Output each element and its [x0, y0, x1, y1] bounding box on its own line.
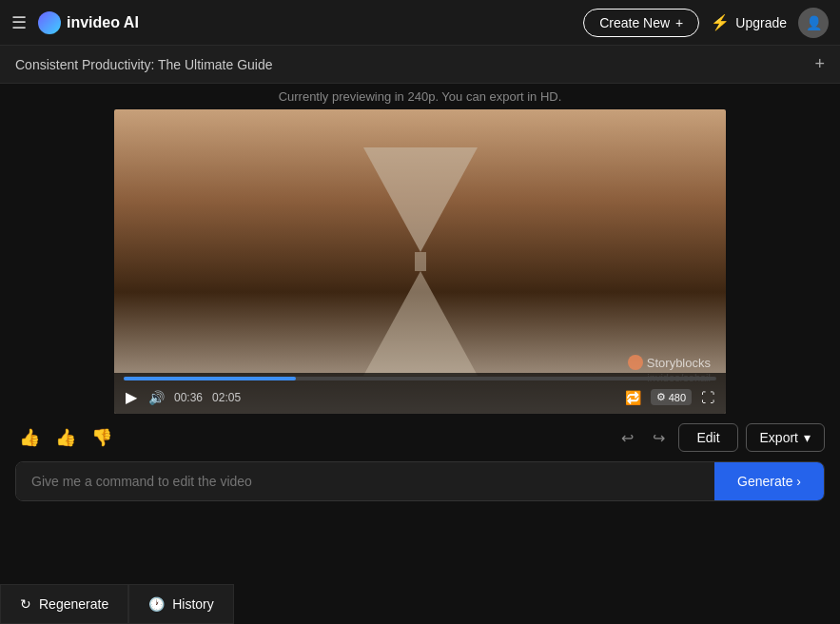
create-new-label: Create New [599, 15, 670, 30]
create-new-button[interactable]: Create New + [583, 9, 699, 37]
video-content [363, 147, 478, 376]
settings-icon: ⚙ [656, 391, 666, 403]
hourglass-bottom [363, 271, 478, 376]
command-bar: Generate › [15, 461, 825, 501]
loop-button[interactable]: 🔁 [623, 388, 643, 407]
total-time: 02:05 [212, 391, 241, 404]
thumbs-down-icon: 👎 [91, 428, 112, 447]
history-label: History [172, 596, 214, 612]
regenerate-button[interactable]: ↻ Regenerate [0, 584, 128, 624]
command-input[interactable] [16, 462, 714, 500]
current-time: 00:36 [174, 391, 203, 404]
upgrade-button[interactable]: ⚡ Upgrade [711, 13, 787, 31]
thumbs-up-icon: 👍 [55, 428, 76, 447]
export-label: Export [760, 430, 798, 445]
top-navigation: ☰ invideo AI Create New + ⚡ Upgrade 👤 [0, 0, 840, 46]
time-display: 00:36 02:05 [174, 391, 241, 404]
generate-button[interactable]: Generate › [714, 462, 824, 500]
volume-button[interactable]: 🔊 [147, 388, 166, 407]
fullscreen-icon: ⛶ [701, 390, 714, 405]
main-area: Consistent Productivity: The Ultimate Gu… [0, 46, 840, 624]
like-outline-icon: 👍 [19, 428, 40, 447]
history-button[interactable]: 🕐 History [128, 584, 234, 624]
upgrade-icon: ⚡ [711, 13, 730, 31]
loop-icon: 🔁 [625, 390, 641, 405]
center-panel: Consistent Productivity: The Ultimate Gu… [0, 46, 840, 624]
storyblocks-watermark: Storyblocks [628, 355, 711, 370]
plus-icon: + [675, 15, 683, 30]
fullscreen-button[interactable]: ⛶ [699, 388, 716, 407]
export-chevron-icon: ▾ [804, 430, 811, 445]
settings-label: 480 [669, 392, 686, 403]
regenerate-label: Regenerate [39, 596, 108, 612]
volume-icon: 🔊 [148, 390, 165, 405]
export-button[interactable]: Export ▾ [746, 423, 825, 452]
avatar-fallback: 👤 [806, 15, 822, 30]
dislike-button[interactable]: 👎 [88, 423, 116, 452]
play-button[interactable]: ▶ [124, 386, 139, 408]
history-icon: 🕐 [148, 596, 165, 612]
menu-icon[interactable]: ☰ [11, 12, 27, 33]
edit-button[interactable]: Edit [678, 423, 737, 452]
video-controls: ▶ 🔊 00:36 02:05 🔁 ⚙ [114, 373, 726, 414]
progress-bar[interactable] [124, 377, 716, 380]
video-frame: Storyblocks invideo/sohail [114, 109, 726, 414]
play-icon: ▶ [126, 388, 137, 406]
bottom-bar: ↻ Regenerate 🕐 History [0, 584, 234, 624]
like-button[interactable]: 👍 [51, 423, 80, 452]
video-player[interactable]: Storyblocks invideo/sohail ▶ 🔊 [114, 109, 726, 414]
preview-notice: Currently previewing in 240p. You can ex… [0, 84, 840, 109]
storyblocks-icon [628, 355, 643, 370]
action-toolbar: 👍 👍 👎 ↩ ↪ Edit Export ▾ [0, 414, 840, 461]
settings-button[interactable]: ⚙ 480 [651, 389, 692, 405]
controls-row: ▶ 🔊 00:36 02:05 🔁 ⚙ [124, 386, 716, 408]
hourglass-middle [415, 252, 426, 271]
like-outline-button[interactable]: 👍 [15, 423, 44, 452]
brand-logo-area: invideo AI [38, 11, 139, 34]
brand-name: invideo AI [67, 14, 139, 31]
user-avatar[interactable]: 👤 [798, 8, 829, 38]
undo-icon: ↩ [621, 430, 634, 446]
hourglass-top [363, 147, 478, 252]
progress-fill [124, 377, 296, 380]
undo-button[interactable]: ↩ [615, 425, 639, 451]
upgrade-label: Upgrade [735, 15, 787, 30]
video-title: Consistent Productivity: The Ultimate Gu… [15, 57, 273, 72]
brand-logo [38, 11, 61, 34]
title-add-icon[interactable]: + [814, 54, 825, 74]
title-bar: Consistent Productivity: The Ultimate Gu… [0, 46, 840, 84]
storyblocks-label: Storyblocks [647, 356, 711, 370]
redo-button[interactable]: ↪ [647, 425, 671, 451]
redo-icon: ↪ [653, 430, 665, 446]
regenerate-icon: ↻ [20, 596, 31, 612]
